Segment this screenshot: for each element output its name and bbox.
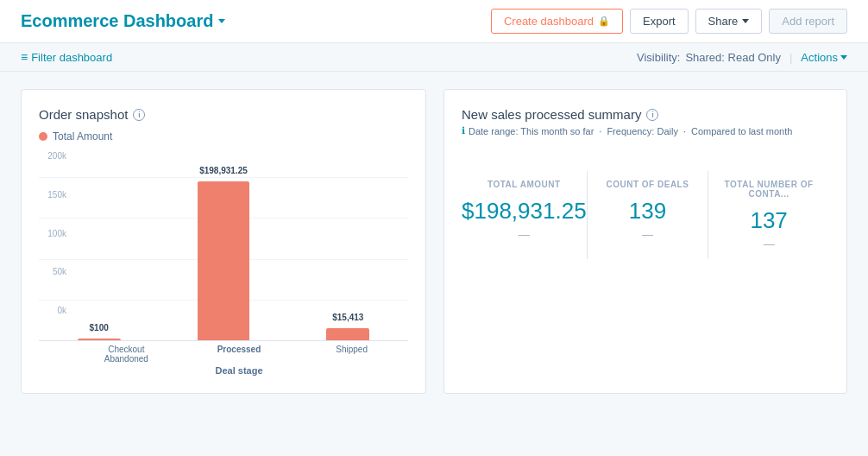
chart-area: Total Amount 200k 150k 100k 50k 0k [39, 130, 408, 376]
stat-total-contacts-label: TOTAL NUMBER OF CONTA... [708, 180, 829, 199]
grid-line-top [39, 177, 408, 178]
meta-separator-1: · [599, 126, 601, 136]
frequency: Frequency: Daily [607, 126, 678, 136]
meta-info-icon: ℹ [462, 125, 465, 136]
dashboard-title: Ecommerce Dashboard [21, 11, 213, 31]
stat-total-contacts: TOTAL NUMBER OF CONTA... 137 — [708, 171, 829, 259]
stat-total-amount-sub: — [462, 228, 587, 241]
meta-separator-2: · [683, 126, 686, 136]
visibility-value: Shared: Read Only [685, 51, 781, 64]
dashboard-title-area[interactable]: Ecommerce Dashboard [21, 11, 225, 31]
new-sales-title: New sales processed summary [462, 107, 641, 122]
order-snapshot-card: Order snapshot i Total Amount 200k 150k … [21, 89, 426, 394]
order-snapshot-title: Order snapshot [39, 107, 128, 122]
create-dashboard-button[interactable]: Create dashboard 🔒 [491, 9, 623, 34]
stat-count-deals-label: COUNT OF DEALS [588, 180, 708, 189]
x-label-checkout: Checkout Abandoned [91, 345, 160, 364]
new-sales-info-icon[interactable]: i [646, 109, 658, 121]
new-sales-title-area: New sales processed summary i [462, 107, 829, 122]
summary-meta: ℹ Date range: This month so far · Freque… [462, 125, 829, 136]
stat-total-amount: TOTAL AMOUNT $198,931.25 — [462, 171, 588, 259]
bar-processed: $198,931.25 [198, 181, 249, 340]
filter-right-section: Visibility: Shared: Read Only | Actions [637, 51, 847, 64]
stat-count-deals: COUNT OF DEALS 139 — [588, 171, 709, 259]
x-label-processed: Processed [204, 345, 274, 364]
bar-shipped-value: $15,413 [332, 313, 363, 322]
stat-total-contacts-sub: — [708, 238, 829, 250]
compared: Compared to last month [691, 126, 792, 136]
stat-total-amount-label: TOTAL AMOUNT [462, 180, 587, 189]
x-label-shipped: Shipped [318, 345, 387, 364]
summary-stats: TOTAL AMOUNT $198,931.25 — COUNT OF DEAL… [462, 171, 829, 259]
actions-chevron-icon [840, 55, 847, 60]
filter-bar: ≡ Filter dashboard Visibility: Shared: R… [0, 43, 868, 72]
chart-legend: Total Amount [39, 130, 408, 142]
bar-checkout-abandoned-fill: $100 [78, 339, 121, 340]
order-snapshot-title-area: Order snapshot i [39, 107, 408, 122]
bar-checkout-abandoned: $100 [78, 339, 121, 340]
filter-dashboard-link[interactable]: ≡ Filter dashboard [21, 50, 112, 64]
main-content: Order snapshot i Total Amount 200k 150k … [0, 72, 868, 411]
visibility-label: Visibility: [637, 51, 680, 64]
x-axis-title: Deal stage [39, 365, 408, 376]
bar-processed-fill: $198,931.25 [198, 181, 249, 340]
bar-shipped: $15,413 [326, 328, 369, 340]
share-chevron-icon [742, 19, 749, 23]
header: Ecommerce Dashboard Create dashboard 🔒 E… [0, 0, 868, 43]
legend-dot-icon [39, 132, 47, 141]
add-report-button[interactable]: Add report [769, 9, 847, 34]
actions-dropdown[interactable]: Actions [801, 51, 847, 64]
y-label-200k: 200k [47, 151, 66, 161]
stat-count-deals-sub: — [588, 228, 708, 241]
x-labels: Checkout Abandoned Processed Shipped [39, 345, 408, 364]
order-snapshot-info-icon[interactable]: i [133, 109, 145, 121]
stat-total-amount-value: $198,931.25 [462, 198, 587, 225]
stat-count-deals-value: 139 [588, 198, 708, 225]
share-button[interactable]: Share [695, 9, 763, 34]
bar-shipped-fill: $15,413 [326, 328, 369, 340]
lock-icon: 🔒 [598, 16, 610, 27]
legend-label: Total Amount [53, 130, 112, 142]
bars-area: $100 $198,931.25 $15,413 [39, 177, 408, 341]
stat-total-contacts-value: 137 [708, 207, 829, 234]
header-actions: Create dashboard 🔒 Export Share Add repo… [491, 9, 847, 34]
bar-processed-value: $198,931.25 [199, 166, 248, 175]
new-sales-card: New sales processed summary i ℹ Date ran… [443, 89, 847, 394]
bar-checkout-abandoned-value: $100 [90, 323, 109, 332]
title-chevron-icon [218, 19, 225, 23]
export-button[interactable]: Export [630, 9, 689, 34]
filter-icon: ≡ [21, 50, 28, 64]
date-range: Date range: This month so far [469, 126, 594, 136]
